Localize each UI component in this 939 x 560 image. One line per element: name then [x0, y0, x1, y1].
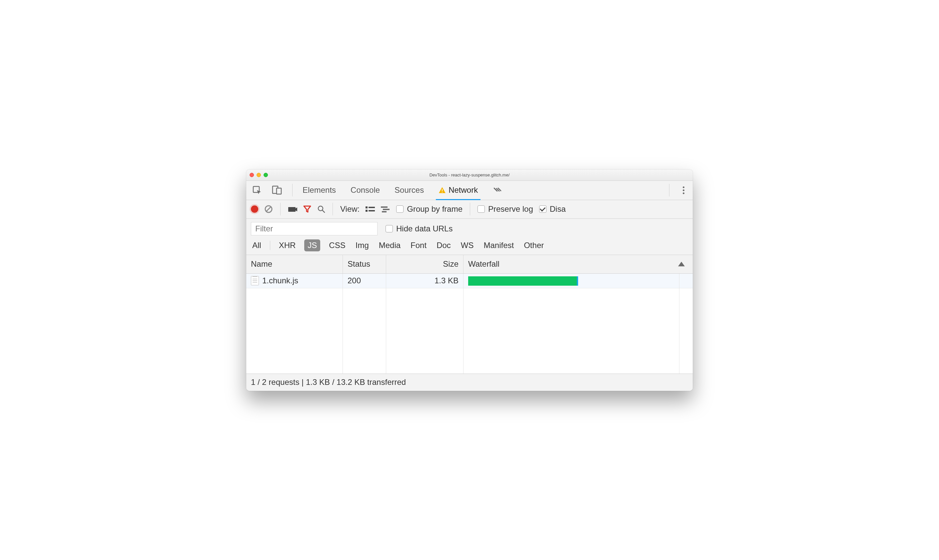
- settings-menu-icon[interactable]: [679, 186, 688, 194]
- type-js[interactable]: JS: [304, 239, 320, 251]
- group-by-frame-label: Group by frame: [407, 205, 463, 214]
- preserve-log-control[interactable]: Preserve log: [478, 205, 533, 214]
- svg-rect-12: [365, 210, 367, 212]
- waterfall-view-icon[interactable]: [381, 206, 390, 212]
- svg-rect-3: [442, 189, 443, 191]
- clear-icon[interactable]: [264, 205, 273, 214]
- divider: [270, 241, 270, 250]
- script-file-icon: [251, 276, 259, 285]
- hide-data-urls-checkbox[interactable]: [385, 225, 393, 232]
- inspect-element-icon[interactable]: [251, 184, 263, 196]
- divider: [280, 203, 281, 215]
- disable-cache-control[interactable]: Disa: [539, 205, 566, 214]
- record-button[interactable]: [251, 205, 258, 213]
- filter-input[interactable]: [251, 222, 378, 235]
- column-name[interactable]: Name: [246, 255, 343, 273]
- type-xhr[interactable]: XHR: [278, 240, 297, 251]
- panel-tabs: Elements Console Sources Network: [302, 180, 504, 200]
- table-body: 1.chunk.js 200 1.3 KB: [246, 274, 693, 374]
- panel-tabbar: Elements Console Sources Network: [246, 181, 693, 200]
- device-toolbar-icon[interactable]: [271, 184, 283, 196]
- close-window-button[interactable]: [250, 173, 254, 177]
- waterfall-bar: [468, 276, 578, 286]
- status-bar: 1 / 2 requests | 1.3 KB / 13.2 KB transf…: [246, 374, 693, 391]
- column-size[interactable]: Size: [386, 255, 464, 273]
- view-label: View:: [340, 205, 359, 214]
- type-font[interactable]: Font: [409, 240, 428, 251]
- status-text: 1 / 2 requests | 1.3 KB / 13.2 KB transf…: [251, 378, 406, 387]
- svg-line-6: [266, 207, 271, 211]
- request-size: 1.3 KB: [435, 276, 458, 285]
- column-waterfall[interactable]: Waterfall: [464, 255, 693, 273]
- tab-console[interactable]: Console: [350, 180, 381, 200]
- svg-rect-4: [442, 192, 443, 192]
- resource-type-filters: All XHR JS CSS Img Media Font Doc WS Man…: [246, 237, 693, 255]
- request-name: 1.chunk.js: [262, 276, 298, 285]
- svg-rect-16: [382, 211, 387, 212]
- hide-data-urls-label: Hide data URLs: [396, 224, 452, 233]
- type-all[interactable]: All: [251, 240, 262, 251]
- svg-rect-10: [365, 206, 367, 208]
- svg-line-9: [322, 210, 325, 212]
- column-waterfall-label: Waterfall: [468, 259, 500, 269]
- tab-network-label: Network: [449, 185, 478, 195]
- hide-data-urls-control[interactable]: Hide data URLs: [385, 224, 452, 233]
- network-toolbar: View: Group by frame Preserve log Disa: [246, 200, 693, 219]
- type-doc[interactable]: Doc: [435, 240, 452, 251]
- sort-ascending-icon: [678, 262, 685, 266]
- warning-icon: [438, 187, 446, 194]
- large-rows-icon[interactable]: [365, 206, 375, 212]
- requests-table: Name Status Size Waterfall 1.chunk.js 20…: [246, 255, 693, 374]
- type-other[interactable]: Other: [523, 240, 545, 251]
- svg-rect-7: [288, 207, 296, 212]
- svg-rect-13: [369, 210, 375, 211]
- group-by-frame-checkbox[interactable]: [396, 205, 404, 213]
- type-media[interactable]: Media: [378, 240, 402, 251]
- disable-cache-label: Disa: [550, 205, 566, 214]
- column-status[interactable]: Status: [343, 255, 386, 273]
- type-css[interactable]: CSS: [328, 240, 347, 251]
- preserve-log-checkbox[interactable]: [478, 205, 485, 213]
- divider: [669, 184, 669, 197]
- divider: [292, 184, 293, 197]
- filter-icon[interactable]: [303, 205, 311, 213]
- type-img[interactable]: Img: [354, 240, 370, 251]
- more-tabs-icon[interactable]: [492, 184, 504, 196]
- disable-cache-checkbox[interactable]: [539, 205, 546, 213]
- capture-screenshots-icon[interactable]: [288, 206, 297, 212]
- minimize-window-button[interactable]: [257, 173, 261, 177]
- preserve-log-label: Preserve log: [488, 205, 533, 214]
- filter-row: Hide data URLs: [246, 219, 693, 237]
- tab-sources[interactable]: Sources: [394, 180, 424, 200]
- svg-rect-15: [383, 209, 390, 210]
- divider: [333, 203, 333, 215]
- tab-network[interactable]: Network: [438, 180, 478, 200]
- maximize-window-button[interactable]: [264, 173, 268, 177]
- search-icon[interactable]: [317, 205, 325, 213]
- svg-rect-2: [277, 188, 281, 194]
- window-controls: [250, 173, 268, 177]
- svg-rect-14: [381, 206, 387, 208]
- svg-rect-11: [369, 207, 375, 208]
- tab-elements[interactable]: Elements: [302, 180, 336, 200]
- group-by-frame-control[interactable]: Group by frame: [396, 205, 463, 214]
- table-header: Name Status Size Waterfall: [246, 255, 693, 274]
- titlebar: DevTools - react-lazy-suspense.glitch.me…: [246, 169, 693, 181]
- table-row[interactable]: 1.chunk.js 200 1.3 KB: [246, 274, 693, 288]
- type-manifest[interactable]: Manifest: [483, 240, 515, 251]
- devtools-window: DevTools - react-lazy-suspense.glitch.me…: [246, 169, 693, 391]
- type-ws[interactable]: WS: [459, 240, 475, 251]
- request-status: 200: [347, 276, 361, 285]
- divider: [470, 203, 470, 215]
- window-title: DevTools - react-lazy-suspense.glitch.me…: [246, 172, 693, 177]
